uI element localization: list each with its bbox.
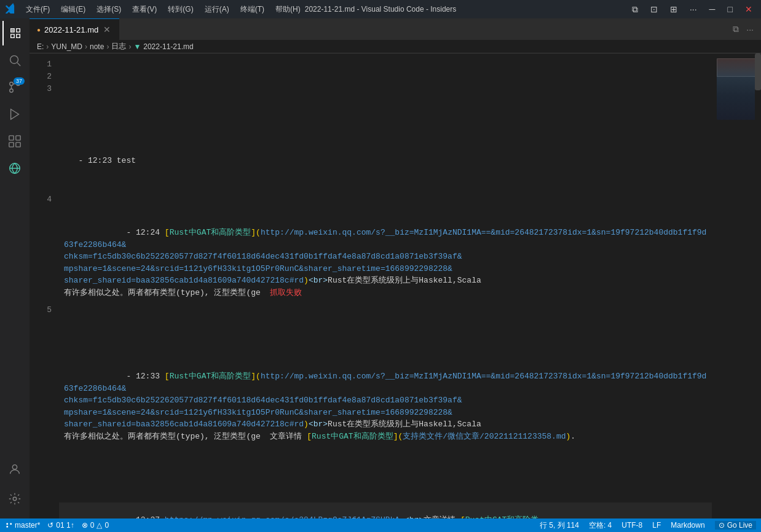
- minimap: [712, 53, 761, 518]
- language-text: Markdown: [671, 521, 704, 530]
- menu-file[interactable]: 文件(F): [21, 2, 55, 17]
- menu-help[interactable]: 帮助(H): [270, 2, 306, 17]
- code-line-2: - 12:23 test: [59, 155, 712, 167]
- menu-goto[interactable]: 转到(G): [163, 2, 198, 17]
- breadcrumb-diary[interactable]: 日志: [111, 41, 126, 52]
- maximize-btn[interactable]: □: [724, 3, 736, 15]
- sync-icon: ↺: [47, 521, 53, 530]
- svg-rect-10: [16, 143, 20, 147]
- go-live-icon: ⊙: [719, 521, 725, 530]
- spaces-text: 空格: 4: [589, 520, 612, 531]
- settings-icon[interactable]: [2, 487, 27, 511]
- tab-label: 2022-11-21.md: [44, 25, 98, 34]
- svg-rect-9: [9, 143, 14, 147]
- line-ending[interactable]: LF: [652, 521, 661, 530]
- menu-bar[interactable]: 文件(F) 编辑(E) 选择(S) 查看(V) 转到(G) 运行(A) 终端(T…: [21, 2, 306, 17]
- status-bar-right: 行 5, 列 114 空格: 4 UTF-8 LF Markdown ⊙ Go …: [540, 520, 756, 531]
- cursor-position[interactable]: 行 5, 列 114: [540, 520, 579, 531]
- language-mode[interactable]: Markdown: [671, 521, 704, 530]
- menu-select[interactable]: 选择(S): [92, 2, 126, 17]
- branch-name: master*: [15, 521, 40, 530]
- vscode-logo: [5, 2, 16, 16]
- account-icon[interactable]: [2, 457, 27, 482]
- split-editor-btn[interactable]: ⧉: [730, 22, 741, 37]
- position-text: 行 5, 列 114: [540, 520, 579, 531]
- encoding[interactable]: UTF-8: [621, 521, 642, 530]
- more-btn[interactable]: ···: [686, 3, 701, 15]
- line-ending-text: LF: [652, 521, 661, 530]
- layout-btn2[interactable]: ⊡: [647, 3, 661, 15]
- git-branch-icon: [5, 522, 12, 529]
- code-line-5: - 12:37 https://mp.weixin.qq.com/s/e284L…: [59, 503, 712, 519]
- scrollbar-track[interactable]: [755, 53, 761, 518]
- indent-size[interactable]: 空格: 4: [589, 520, 612, 531]
- svg-point-13: [13, 497, 17, 501]
- title-bar-left: 文件(F) 编辑(E) 选择(S) 查看(V) 转到(G) 运行(A) 终端(T…: [5, 2, 306, 17]
- window-controls: ⧉ ⊡ ⊞ ··· ─ □ ✕: [628, 3, 756, 16]
- line-num-1: 1: [30, 58, 52, 71]
- svg-point-1: [10, 56, 18, 64]
- warning-icon: △: [97, 521, 102, 530]
- svg-point-3: [10, 89, 14, 93]
- svg-point-12: [12, 465, 17, 469]
- minimap-content: [717, 58, 759, 120]
- menu-view[interactable]: 查看(V): [127, 2, 162, 17]
- breadcrumb-e[interactable]: E:: [37, 42, 44, 51]
- line-num-2: 2: [30, 71, 52, 83]
- sync-status[interactable]: ↺ 01 1↑: [47, 521, 74, 530]
- go-live-text: Go Live: [727, 521, 752, 530]
- line-num-3-spacer: [30, 95, 52, 194]
- breadcrumb-yunmd[interactable]: YUN_MD: [51, 42, 82, 51]
- line-numbers: 1 2 3 4 5: [30, 53, 59, 518]
- editor-area: ● 2022-11-21.md ✕ ⧉ ··· E: › YUN_MD › no…: [30, 18, 761, 518]
- sync-count: 01 1↑: [56, 521, 74, 530]
- breadcrumb-arrow-icon: ▼: [133, 42, 141, 51]
- breadcrumb: E: › YUN_MD › note › 日志 › ▼ 2022-11-21.m…: [30, 40, 761, 53]
- minimize-btn[interactable]: ─: [706, 3, 719, 15]
- line-num-5: 5: [30, 304, 52, 316]
- menu-edit[interactable]: 编辑(E): [56, 2, 90, 17]
- code-editor[interactable]: - 12:23 test - 12:24 [Rust中GAT和高阶类型](htt…: [59, 53, 712, 518]
- svg-rect-7: [9, 136, 14, 140]
- close-btn[interactable]: ✕: [741, 3, 756, 15]
- more-actions-btn[interactable]: ···: [744, 22, 756, 37]
- sidebar-item-extensions[interactable]: [2, 129, 27, 154]
- go-live[interactable]: ⊙ Go Live: [715, 521, 756, 530]
- svg-marker-6: [11, 109, 19, 120]
- code-line-4: - 12:33 [Rust中GAT和高阶类型](http://mp.weixin…: [59, 359, 712, 455]
- sidebar-item-remote[interactable]: [2, 156, 27, 181]
- editor[interactable]: 1 2 3 4 5 - 12:23 test - 12:24 [Rust中GAT…: [30, 53, 761, 518]
- menu-run[interactable]: 运行(A): [200, 2, 234, 17]
- breadcrumb-note[interactable]: note: [90, 42, 104, 51]
- title-bar: 文件(F) 编辑(E) 选择(S) 查看(V) 转到(G) 运行(A) 终端(T…: [0, 0, 761, 18]
- git-badge: 37: [14, 77, 25, 85]
- activity-bar-bottom: [2, 457, 27, 518]
- layout-btn3[interactable]: ⊞: [666, 3, 681, 15]
- menu-terminal[interactable]: 终端(T): [235, 2, 269, 17]
- svg-rect-0: [12, 29, 14, 32]
- window-title: 2022-11-21.md - Visual Studio Code - Ins…: [305, 5, 457, 14]
- tab-2022-11-21[interactable]: ● 2022-11-21.md ✕: [30, 18, 119, 40]
- warning-count: 0: [104, 521, 109, 530]
- git-branch[interactable]: master*: [5, 521, 40, 530]
- tab-actions: ⧉ ···: [730, 18, 761, 40]
- main-layout: 37: [0, 18, 761, 518]
- scrollbar-thumb[interactable]: [755, 53, 761, 90]
- svg-line-2: [17, 63, 20, 66]
- sidebar-item-git[interactable]: 37: [2, 75, 27, 100]
- tab-bar: ● 2022-11-21.md ✕ ⧉ ···: [30, 18, 761, 40]
- line-num-3: 3: [30, 83, 52, 95]
- encoding-text: UTF-8: [621, 521, 642, 530]
- code-line-1: [59, 95, 712, 107]
- error-status[interactable]: ⊗ 0 △ 0: [82, 521, 109, 530]
- error-count: 0: [90, 521, 95, 530]
- sidebar-item-debug[interactable]: [2, 102, 27, 127]
- sidebar-item-search[interactable]: [2, 48, 27, 72]
- tab-close-btn[interactable]: ✕: [102, 23, 112, 36]
- layout-btn[interactable]: ⧉: [628, 3, 642, 16]
- sidebar-item-explorer[interactable]: [2, 21, 27, 45]
- error-icon: ⊗: [82, 521, 88, 530]
- svg-rect-8: [16, 136, 20, 140]
- status-bar-left: master* ↺ 01 1↑ ⊗ 0 △ 0: [5, 521, 109, 530]
- breadcrumb-file[interactable]: 2022-11-21.md: [143, 42, 193, 51]
